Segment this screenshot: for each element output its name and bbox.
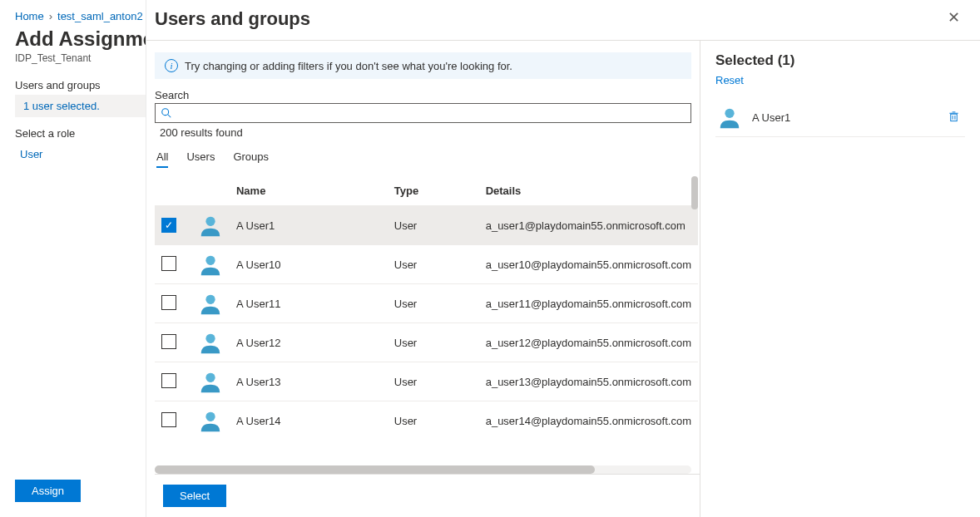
- row-details: a_user12@playdomain55.onmicrosoft.com: [479, 323, 698, 362]
- row-name: A User14: [230, 401, 388, 441]
- remove-selected-button[interactable]: [944, 106, 963, 129]
- vertical-scrollbar[interactable]: [691, 176, 698, 209]
- row-name: A User10: [230, 245, 388, 284]
- info-text: Try changing or adding filters if you do…: [185, 60, 512, 72]
- svg-point-2: [205, 217, 215, 226]
- row-checkbox[interactable]: [161, 295, 176, 310]
- row-type: User: [388, 284, 479, 323]
- col-type[interactable]: Type: [388, 176, 479, 206]
- results-table: Name Type Details A User1 User a_user1@p…: [155, 176, 698, 440]
- info-icon: i: [165, 59, 178, 72]
- svg-point-6: [205, 373, 215, 382]
- users-groups-panel: Users and groups ✕ i Try changing or add…: [146, 0, 980, 517]
- results-count: 200 results found: [160, 126, 691, 139]
- selected-item-name: A User1: [752, 111, 790, 124]
- user-avatar-icon: [198, 291, 223, 316]
- close-button[interactable]: ✕: [943, 8, 965, 27]
- results-table-wrap: Name Type Details A User1 User a_user1@p…: [155, 176, 698, 462]
- table-row[interactable]: A User10 User a_user10@playdomain55.onmi…: [155, 245, 698, 284]
- row-details: a_user10@playdomain55.onmicrosoft.com: [479, 245, 698, 284]
- row-checkbox[interactable]: [161, 373, 176, 388]
- row-name: A User13: [230, 362, 388, 401]
- svg-point-4: [205, 295, 215, 304]
- user-avatar-icon: [198, 213, 223, 238]
- panel-title: Users and groups: [155, 8, 310, 30]
- table-row[interactable]: A User1 User a_user1@playdomain55.onmicr…: [155, 206, 698, 245]
- svg-point-8: [725, 109, 734, 118]
- svg-point-7: [205, 412, 215, 421]
- tab-all[interactable]: All: [156, 147, 168, 168]
- svg-point-0: [162, 109, 169, 116]
- selected-title: Selected (1): [715, 52, 965, 69]
- select-button[interactable]: Select: [163, 485, 226, 507]
- table-row[interactable]: A User13 User a_user13@playdomain55.onmi…: [155, 362, 698, 401]
- row-name: A User11: [230, 284, 388, 323]
- row-details: a_user14@playdomain55.onmicrosoft.com: [479, 401, 698, 441]
- tabs: All Users Groups: [155, 147, 700, 168]
- users-groups-selection[interactable]: 1 user selected.: [15, 95, 148, 117]
- row-details: a_user13@playdomain55.onmicrosoft.com: [479, 362, 698, 401]
- row-details: a_user1@playdomain55.onmicrosoft.com: [479, 206, 698, 245]
- horizontal-scrollbar-track[interactable]: [155, 465, 691, 474]
- search-label: Search: [155, 89, 691, 101]
- table-row[interactable]: A User14 User a_user14@playdomain55.onmi…: [155, 401, 698, 441]
- user-avatar-icon: [198, 408, 223, 433]
- row-checkbox[interactable]: [161, 256, 176, 271]
- user-avatar-icon: [198, 252, 223, 277]
- tab-users[interactable]: Users: [186, 147, 215, 168]
- row-type: User: [388, 206, 479, 245]
- user-avatar-icon: [198, 369, 223, 394]
- svg-rect-9: [951, 114, 958, 121]
- breadcrumb-home[interactable]: Home: [15, 10, 44, 22]
- breadcrumb-app[interactable]: test_saml_anton2: [57, 10, 143, 22]
- row-type: User: [388, 245, 479, 284]
- row-type: User: [388, 323, 479, 362]
- svg-point-3: [205, 256, 215, 265]
- row-checkbox[interactable]: [161, 334, 176, 349]
- reset-link[interactable]: Reset: [715, 74, 744, 86]
- row-type: User: [388, 401, 479, 441]
- svg-line-1: [168, 115, 171, 118]
- col-name[interactable]: Name: [230, 176, 388, 206]
- horizontal-scrollbar-thumb[interactable]: [155, 465, 595, 474]
- table-row[interactable]: A User12 User a_user12@playdomain55.onmi…: [155, 323, 698, 362]
- row-checkbox[interactable]: [161, 218, 176, 233]
- row-name: A User12: [230, 323, 388, 362]
- trash-icon: [948, 110, 960, 123]
- user-avatar-icon: [198, 330, 223, 355]
- svg-point-5: [205, 334, 215, 343]
- breadcrumb-sep: ›: [49, 10, 52, 22]
- search-box[interactable]: [155, 103, 691, 123]
- tab-groups[interactable]: Groups: [233, 147, 269, 168]
- search-icon: [161, 107, 172, 119]
- search-input[interactable]: [172, 107, 686, 120]
- assign-button[interactable]: Assign: [15, 480, 81, 502]
- row-checkbox[interactable]: [161, 412, 176, 427]
- row-type: User: [388, 362, 479, 401]
- table-row[interactable]: A User11 User a_user11@playdomain55.onmi…: [155, 284, 698, 323]
- selected-item: A User1: [715, 98, 965, 137]
- row-name: A User1: [230, 206, 388, 245]
- col-details[interactable]: Details: [479, 176, 698, 206]
- info-message: i Try changing or adding filters if you …: [155, 52, 691, 79]
- user-avatar-icon: [717, 105, 742, 130]
- row-details: a_user11@playdomain55.onmicrosoft.com: [479, 284, 698, 323]
- close-icon: ✕: [948, 9, 960, 26]
